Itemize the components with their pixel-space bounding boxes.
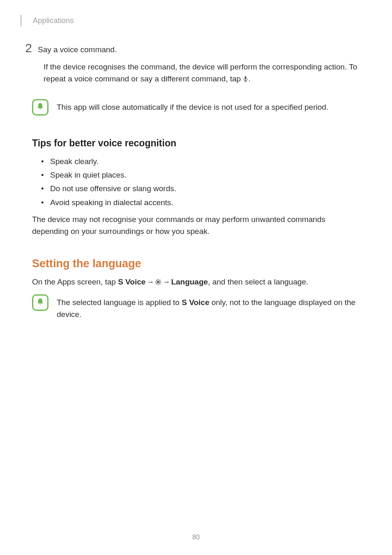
svg-line-10 <box>156 283 157 284</box>
instr-pre: On the Apps screen, tap <box>32 278 118 286</box>
step-body-line1: If the device recognises the command, th… <box>44 62 349 71</box>
tips-footer: The device may not recognise your comman… <box>32 213 360 238</box>
note-1-text: This app will close automatically if the… <box>57 99 328 113</box>
mic-icon <box>243 74 248 86</box>
note-icon-box <box>32 99 48 116</box>
note-icon-box <box>32 294 48 311</box>
setting-language-heading: Setting the language <box>32 257 360 270</box>
bell-icon <box>36 297 45 308</box>
instr-post: , and then select a language. <box>208 278 308 286</box>
header-rule <box>21 15 21 26</box>
svg-line-8 <box>156 280 157 281</box>
gear-icon <box>155 277 161 289</box>
note-2-pre: The selected language is applied to <box>57 298 182 307</box>
step-body: If the device recognises the command, th… <box>44 61 360 86</box>
list-item: Avoid speaking in dialectal accents. <box>41 196 360 209</box>
svoice-label: S Voice <box>118 278 145 286</box>
list-item: Speak in quiet places. <box>41 168 360 182</box>
svg-line-11 <box>160 280 161 281</box>
tips-list: Speak clearly. Speak in quiet places. Do… <box>41 155 360 209</box>
setting-language-instruction: On the Apps screen, tap S Voice → → Lang… <box>32 276 360 289</box>
svg-line-9 <box>160 283 161 284</box>
tips-heading: Tips for better voice recognition <box>32 138 360 149</box>
arrow-2: → <box>161 276 171 288</box>
svg-point-3 <box>157 281 159 283</box>
language-label: Language <box>171 278 208 286</box>
step-number: 2 <box>17 41 32 55</box>
step-title: Say a voice command. <box>38 45 117 54</box>
note-2: The selected language is applied to S Vo… <box>32 294 360 320</box>
list-item: Do not use offensive or slang words. <box>41 182 360 195</box>
page: Applications 2 Say a voice command. If t… <box>0 0 392 555</box>
bell-icon <box>36 102 45 113</box>
header: Applications <box>32 15 360 26</box>
svg-rect-0 <box>245 76 247 80</box>
arrow-1: → <box>145 276 155 288</box>
section-label: Applications <box>33 16 74 25</box>
step-2: 2 Say a voice command. <box>17 41 360 55</box>
note-2-bold: S Voice <box>182 298 209 307</box>
note-1: This app will close automatically if the… <box>32 99 360 116</box>
page-number: 80 <box>0 534 392 541</box>
step-body-line2-post: . <box>248 74 250 83</box>
note-2-text: The selected language is applied to S Vo… <box>57 294 360 320</box>
list-item: Speak clearly. <box>41 155 360 168</box>
